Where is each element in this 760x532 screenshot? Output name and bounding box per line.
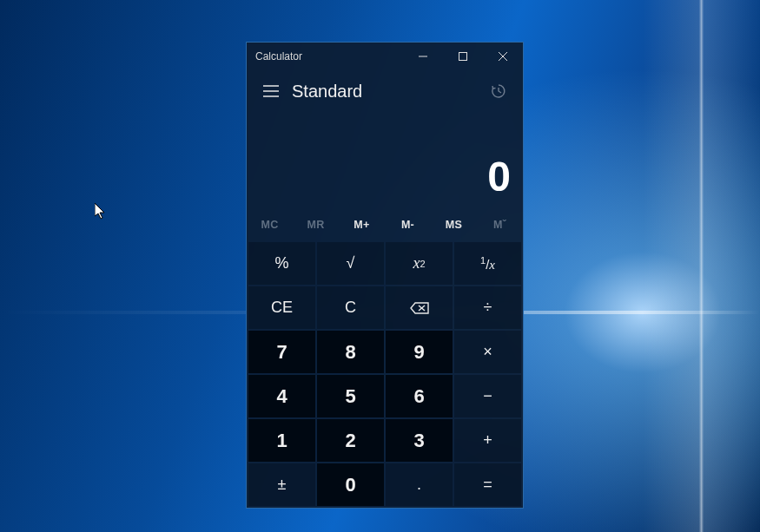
mode-row: Standard	[247, 70, 523, 112]
mode-title: Standard	[288, 82, 362, 102]
memory-add-button[interactable]: M+	[339, 209, 385, 240]
three-key[interactable]: 3	[386, 419, 453, 462]
percent-key[interactable]: %	[248, 242, 315, 285]
maximize-button[interactable]	[443, 43, 483, 70]
minus-key[interactable]: −	[454, 375, 521, 417]
six-key[interactable]: 6	[386, 375, 453, 417]
memory-store-button[interactable]: MS	[431, 209, 477, 240]
nine-key[interactable]: 9	[386, 331, 453, 373]
minimize-button[interactable]	[403, 43, 443, 70]
calculator-window: Calculator Standard 0 MC MR M+ M- MS Mˇ …	[246, 42, 524, 509]
history-icon[interactable]	[481, 74, 516, 108]
backspace-key[interactable]	[386, 286, 453, 329]
clear-key[interactable]: C	[317, 286, 384, 329]
close-button[interactable]	[483, 43, 523, 70]
memory-subtract-button[interactable]: M-	[385, 209, 431, 240]
negate-key[interactable]: ±	[248, 463, 315, 506]
memory-row: MC MR M+ M- MS Mˇ	[247, 209, 523, 240]
backspace-icon	[410, 302, 429, 314]
square-x: x	[413, 254, 420, 273]
zero-key[interactable]: 0	[317, 463, 384, 506]
decimal-key[interactable]: .	[386, 463, 453, 506]
divide-key[interactable]: ÷	[454, 286, 521, 329]
memory-clear-button[interactable]: MC	[247, 209, 293, 240]
seven-key[interactable]: 7	[248, 331, 315, 373]
two-key[interactable]: 2	[317, 419, 384, 462]
eight-key[interactable]: 8	[317, 331, 384, 373]
memory-list-button[interactable]: Mˇ	[477, 209, 523, 240]
plus-key[interactable]: +	[454, 419, 521, 462]
svg-rect-1	[459, 53, 467, 61]
memory-recall-button[interactable]: MR	[293, 209, 339, 240]
reciprocal-key[interactable]: 1/x	[454, 242, 521, 285]
hamburger-icon[interactable]	[254, 74, 288, 108]
square-sup: 2	[420, 259, 425, 269]
multiply-key[interactable]: ×	[454, 331, 521, 373]
titlebar[interactable]: Calculator	[247, 43, 523, 70]
window-title: Calculator	[255, 50, 302, 62]
display-value: 0	[487, 153, 511, 200]
result-display: 0	[247, 112, 523, 209]
clear-entry-key[interactable]: CE	[248, 286, 315, 329]
four-key[interactable]: 4	[248, 375, 315, 417]
one-key[interactable]: 1	[248, 419, 315, 462]
square-key[interactable]: x2	[386, 242, 453, 285]
sqrt-key[interactable]: √	[317, 242, 384, 285]
reciprocal-x: x	[489, 258, 495, 272]
five-key[interactable]: 5	[317, 375, 384, 417]
keypad: % √ x2 1/x CE C ÷ 7 8 9 × 4 5 6 − 1 2 3 …	[247, 240, 523, 508]
equals-key[interactable]: =	[454, 463, 521, 506]
